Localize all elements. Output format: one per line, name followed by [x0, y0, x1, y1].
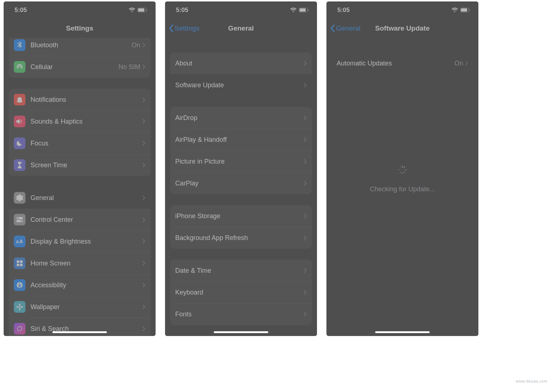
row-label: About	[175, 60, 304, 67]
row-focus[interactable]: Focus	[9, 132, 150, 154]
wifi-icon	[451, 8, 458, 13]
row-label: Display & Brightness	[31, 238, 142, 245]
row-fonts[interactable]: Fonts	[170, 303, 312, 325]
bell-icon	[14, 94, 25, 105]
chevron-right-icon	[142, 119, 145, 124]
row-label: Picture in Picture	[175, 158, 304, 165]
chevron-right-icon	[304, 115, 307, 120]
svg-point-16	[19, 304, 20, 306]
page-title: Software Update	[375, 24, 430, 32]
row-automatic-updates[interactable]: Automatic Updates On	[332, 52, 473, 74]
chevron-right-icon	[304, 61, 307, 66]
row-airdrop[interactable]: AirDrop	[170, 107, 312, 129]
row-label: Background App Refresh	[175, 234, 304, 242]
svg-point-6	[21, 220, 22, 222]
row-wallpaper[interactable]: Wallpaper	[9, 296, 150, 318]
chevron-right-icon	[304, 159, 307, 164]
row-label: Date & Time	[175, 267, 304, 275]
loading-area: Checking for Update...	[326, 165, 478, 193]
row-label: Control Center	[31, 216, 142, 224]
moon-icon	[14, 137, 25, 149]
nav-bar: Settings	[4, 19, 156, 38]
status-bar: 5:05	[165, 1, 317, 19]
home-indicator[interactable]	[52, 331, 107, 333]
row-label: Notifications	[31, 96, 142, 104]
svg-line-28	[404, 167, 405, 168]
row-screentime[interactable]: Screen Time	[9, 154, 150, 176]
svg-rect-25	[461, 8, 467, 12]
chevron-right-icon	[142, 141, 145, 146]
svg-point-18	[16, 306, 19, 308]
row-controlcenter[interactable]: Control Center	[9, 209, 150, 231]
row-bgrefresh[interactable]: Background App Refresh	[170, 227, 312, 249]
svg-rect-2	[146, 9, 147, 11]
bluetooth-icon	[14, 39, 25, 51]
row-sounds[interactable]: Sounds & Haptics	[9, 111, 150, 132]
chevron-right-icon	[304, 268, 307, 273]
wifi-icon	[129, 8, 135, 13]
row-airplay[interactable]: AirPlay & Handoff	[170, 129, 312, 151]
grid-icon	[14, 257, 25, 269]
row-label: Automatic Updates	[337, 60, 454, 67]
row-general[interactable]: General	[9, 187, 150, 209]
loading-text: Checking for Update...	[370, 185, 435, 193]
settings-group-connectivity: Bluetooth On Cellular No SIM	[9, 38, 150, 78]
row-label: Focus	[31, 140, 142, 147]
chevron-right-icon	[142, 97, 145, 102]
chevron-right-icon	[304, 83, 307, 88]
row-bluetooth[interactable]: Bluetooth On	[9, 38, 150, 56]
row-siri[interactable]: Siri & Search	[9, 318, 150, 336]
speaker-icon	[14, 116, 25, 127]
home-indicator[interactable]	[375, 331, 430, 333]
chevron-right-icon	[142, 64, 145, 69]
back-button[interactable]: Settings	[169, 24, 200, 32]
svg-point-15	[19, 306, 20, 308]
row-accessibility[interactable]: Accessibility	[9, 274, 150, 296]
svg-point-5	[17, 217, 19, 219]
phone-general: 5:05 Settings General About Software Upd…	[165, 1, 317, 336]
row-software-highlight: Software Update	[170, 74, 312, 96]
row-homescreen[interactable]: Home Screen	[9, 252, 150, 274]
nav-bar: Settings General	[165, 19, 317, 38]
row-label: Bluetooth	[31, 41, 132, 49]
general-group-1a: About	[170, 52, 312, 74]
status-time: 5:05	[176, 7, 188, 14]
row-about[interactable]: About	[170, 52, 312, 74]
status-time: 5:05	[15, 7, 27, 14]
row-label: iPhone Storage	[175, 212, 304, 220]
svg-line-34	[400, 167, 401, 168]
chevron-right-icon	[142, 304, 145, 309]
chevron-right-icon	[304, 137, 307, 142]
row-cellular[interactable]: Cellular No SIM	[9, 56, 150, 78]
row-display[interactable]: AA Display & Brightness	[9, 231, 150, 252]
back-button[interactable]: General	[330, 24, 361, 32]
svg-rect-1	[138, 8, 144, 12]
chevron-right-icon	[142, 217, 145, 222]
svg-rect-9	[17, 260, 19, 263]
settings-group-attention: Notifications Sounds & Haptics Focus Scr…	[9, 89, 150, 176]
row-pip[interactable]: Picture in Picture	[170, 151, 312, 172]
row-label: Keyboard	[175, 289, 304, 296]
hourglass-icon	[14, 159, 25, 171]
row-software-update[interactable]: Software Update	[170, 74, 312, 96]
chevron-right-icon	[142, 239, 145, 244]
row-label: AirDrop	[175, 114, 304, 122]
home-indicator[interactable]	[214, 331, 268, 333]
svg-point-17	[19, 308, 20, 310]
svg-point-14	[19, 283, 20, 284]
svg-rect-11	[17, 264, 19, 266]
row-carplay[interactable]: CarPlay	[170, 172, 312, 194]
chevron-right-icon	[304, 181, 307, 186]
textsize-icon: AA	[14, 236, 25, 247]
general-group-4: Date & Time Keyboard Fonts	[170, 260, 312, 325]
battery-icon	[299, 8, 309, 13]
row-label: General	[31, 194, 142, 202]
row-datetime[interactable]: Date & Time	[170, 260, 312, 281]
row-general-highlight: General	[9, 187, 150, 209]
nav-bar: General Software Update	[326, 19, 478, 38]
row-keyboard[interactable]: Keyboard	[170, 281, 312, 303]
row-label: AirPlay & Handoff	[175, 136, 304, 144]
row-storage[interactable]: iPhone Storage	[170, 205, 312, 227]
row-notifications[interactable]: Notifications	[9, 89, 150, 111]
svg-rect-23	[308, 9, 309, 11]
